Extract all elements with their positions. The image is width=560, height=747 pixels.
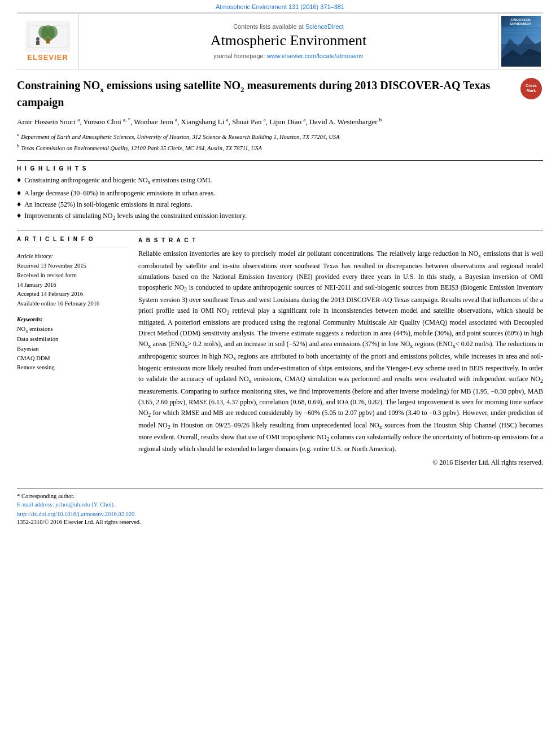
history-label: Article history: [17,252,127,261]
abstract-text: Reliable emission inventories are key to… [138,248,543,455]
page: Atmospheric Environment 131 (2016) 371–3… [0,0,560,747]
keywords-section: Keywords: NOx emissions Data assimilatio… [17,316,127,373]
svg-rect-7 [36,41,40,45]
article-info: A R T I C L E I N F O Article history: R… [17,236,127,308]
keyword-5: Remote sensing [17,363,127,373]
bullet-1: ♦ [17,175,21,185]
journal-header-middle: Contents lists available at ScienceDirec… [79,14,498,69]
corresponding-author-note: * Corresponding author. [17,493,543,499]
crossmark-icon: Cross Mark [520,78,542,99]
affiliation-a: a Department of Earth and Atmospheric Sc… [17,131,543,141]
two-column-layout: A R T I C L E I N F O Article history: R… [17,236,543,468]
journal-cover-image: ATMOSPHERIC ENVIRONMENT [501,16,541,67]
sciencedirect-link[interactable]: ScienceDirect [305,23,344,30]
elsevier-logo-icon [25,21,71,52]
keyword-2: Data assimilation [17,335,127,344]
elsevier-label: ELSEVIER [27,53,68,62]
elsevier-logo-section: ELSEVIER [17,14,79,69]
affiliation-section: a Department of Earth and Atmospheric Sc… [17,131,543,153]
received-date: Received 13 November 2015 [17,261,127,270]
accepted-date: Accepted 14 February 2016 [17,290,127,299]
cover-illustration [501,16,541,67]
keyword-4: CMAQ DDM [17,354,127,364]
svg-text:Cross: Cross [526,84,537,88]
available-online: Available online 16 February 2016 [17,299,127,308]
doi-link[interactable]: http://dx.doi.org/10.1016/j.atmosenv.201… [17,511,543,517]
svg-rect-9 [501,27,541,44]
journal-header: ELSEVIER Contents lists available at Sci… [17,12,543,69]
main-content: Constraining NOx emissions using satelli… [17,69,543,477]
highlights-section: H I G H L I G H T S ♦ Constraining anthr… [17,165,543,222]
citation-bar: Atmospheric Environment 131 (2016) 371–3… [0,0,560,12]
keyword-1: NOx emissions [17,325,127,335]
email-link[interactable]: ychoi@uh.edu [55,501,90,508]
homepage-link[interactable]: www.elsevier.com/locate/atmosenv [267,53,364,59]
affiliation-b: b Texas Commission on Environmental Qual… [17,142,543,152]
authors-line: Amir Hossein Souri a, Yunsoo Choi a, *, … [17,116,543,128]
received-revised-label: Received in revised form [17,271,127,280]
svg-text:Mark: Mark [527,89,536,93]
highlight-item-1: ♦ Constraining anthropogenic and biogeni… [17,175,543,186]
bullet-2: ♦ [17,188,21,198]
svg-point-4 [47,26,58,38]
journal-title: Atmospheric Environment [211,32,367,49]
highlight-item-4: ♦ Improvements of simulating NO2 levels … [17,211,543,222]
copyright-notice: © 2016 Elsevier Ltd. All rights reserved… [138,457,543,468]
abstract-section: A B S T R A C T Reliable emission invent… [138,236,543,468]
highlights-heading: H I G H L I G H T S [17,165,543,172]
sciencedirect-line: Contents lists available at ScienceDirec… [233,23,344,30]
received-revised-date: 14 January 2016 [17,281,127,290]
svg-rect-5 [46,38,50,43]
highlight-item-3: ♦ An increase (52%) in soil-biogenic emi… [17,199,543,209]
elsevier-logo: ELSEVIER [25,21,71,62]
left-column: A R T I C L E I N F O Article history: R… [17,236,127,468]
svg-point-6 [36,37,40,41]
article-title-section: Constraining NOx emissions using satelli… [17,78,543,110]
right-column: A B S T R A C T Reliable emission invent… [138,236,543,468]
email-line: E-mail address: ychoi@uh.edu (Y. Choi). [17,501,543,508]
keyword-3: Bayesian [17,344,127,354]
crossmark-badge[interactable]: Cross Mark [520,78,543,101]
issn-line: 1352-2310/© 2016 Elsevier Ltd. All right… [17,519,543,525]
svg-point-3 [38,26,49,38]
journal-cover: ATMOSPHERIC ENVIRONMENT [498,14,543,69]
bullet-3: ♦ [17,199,21,209]
divider-1 [17,160,543,161]
homepage-line: journal homepage: www.elsevier.com/locat… [214,53,364,59]
divider-info [17,247,127,247]
article-info-heading: A R T I C L E I N F O [17,236,127,242]
abstract-heading: A B S T R A C T [138,236,543,245]
keywords-label: Keywords: [17,316,127,322]
citation-link[interactable]: Atmospheric Environment 131 (2016) 371–3… [216,3,344,10]
highlight-item-2: ♦ A large decrease (30–60%) in anthropog… [17,188,543,198]
article-title: Constraining NOx emissions using satelli… [17,78,512,110]
footer-section: * Corresponding author. E-mail address: … [17,488,543,525]
bullet-4: ♦ [17,211,21,221]
divider-2 [17,230,543,230]
